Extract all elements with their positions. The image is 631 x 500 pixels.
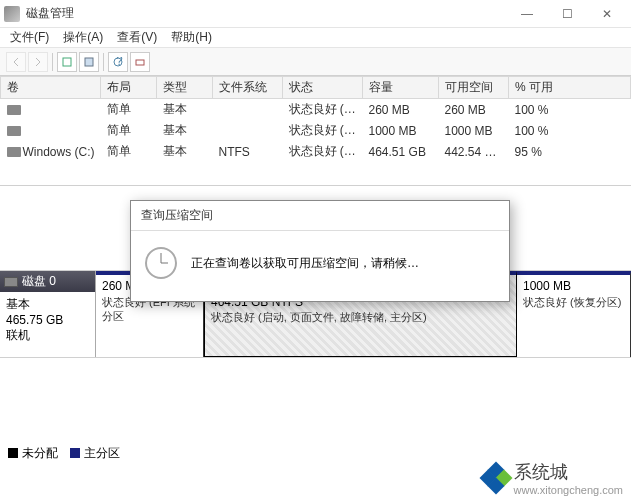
menu-action[interactable]: 操作(A) (59, 28, 107, 47)
svg-rect-0 (63, 58, 71, 66)
cell-layout: 简单 (101, 120, 157, 141)
shrink-query-dialog: 查询压缩空间 正在查询卷以获取可用压缩空间，请稍候… (130, 200, 510, 302)
col-volume[interactable]: 卷 (1, 77, 101, 99)
dialog-message: 正在查询卷以获取可用压缩空间，请稍候… (191, 255, 419, 272)
cell-free: 1000 MB (439, 120, 509, 141)
volume-icon (7, 105, 21, 115)
disk-status: 联机 (6, 327, 89, 344)
maximize-button[interactable]: ☐ (547, 0, 587, 28)
cell-capacity: 464.51 GB (363, 141, 439, 162)
svg-rect-4 (136, 60, 144, 65)
cell-type: 基本 (157, 120, 213, 141)
clock-icon (145, 247, 177, 279)
col-layout[interactable]: 布局 (101, 77, 157, 99)
forward-button[interactable] (28, 52, 48, 72)
partition-size: 1000 MB (523, 279, 624, 295)
cell-name: Windows (C:) (23, 145, 95, 159)
dialog-body: 正在查询卷以获取可用压缩空间，请稍候… (131, 231, 509, 301)
partition-desc: 状态良好 (启动, 页面文件, 故障转储, 主分区) (211, 310, 510, 324)
col-percent-free[interactable]: % 可用 (509, 77, 631, 99)
cell-layout: 简单 (101, 99, 157, 121)
menu-file[interactable]: 文件(F) (6, 28, 53, 47)
table-header-row: 卷 布局 类型 文件系统 状态 容量 可用空间 % 可用 (1, 77, 631, 99)
action-button[interactable] (130, 52, 150, 72)
cell-pct: 95 % (509, 141, 631, 162)
cell-layout: 简单 (101, 141, 157, 162)
cell-status: 状态良好 (… (283, 120, 363, 141)
brand-text: 系统城 www.xitongcheng.com (514, 460, 623, 496)
cell-free: 442.54 … (439, 141, 509, 162)
brand-name: 系统城 (514, 460, 623, 484)
cell-status: 状态良好 (… (283, 99, 363, 121)
cell-fs (213, 120, 283, 141)
disk-name: 磁盘 0 (22, 273, 56, 290)
window-title: 磁盘管理 (26, 5, 507, 22)
brand-url: www.xitongcheng.com (514, 484, 623, 496)
cell-fs (213, 99, 283, 121)
cell-pct: 100 % (509, 120, 631, 141)
table-row[interactable]: 简单 基本 状态良好 (… 260 MB 260 MB 100 % (1, 99, 631, 121)
titlebar: 磁盘管理 — ☐ ✕ (0, 0, 631, 28)
col-type[interactable]: 类型 (157, 77, 213, 99)
properties-button[interactable] (79, 52, 99, 72)
col-free[interactable]: 可用空间 (439, 77, 509, 99)
svg-text:?: ? (116, 57, 123, 67)
toolbar: ? (0, 48, 631, 76)
menubar: 文件(F) 操作(A) 查看(V) 帮助(H) (0, 28, 631, 48)
volume-list: 卷 布局 类型 文件系统 状态 容量 可用空间 % 可用 简单 基本 状态良好 … (0, 76, 631, 186)
app-icon (4, 6, 20, 22)
partition-desc: 状态良好 (恢复分区) (523, 295, 624, 309)
partition[interactable]: 1000 MB 状态良好 (恢复分区) (517, 271, 631, 357)
brand-logo-icon (482, 464, 510, 492)
toolbar-separator (103, 53, 104, 71)
disk-size: 465.75 GB (6, 313, 89, 327)
minimize-button[interactable]: — (507, 0, 547, 28)
cell-type: 基本 (157, 99, 213, 121)
cell-type: 基本 (157, 141, 213, 162)
table-row[interactable]: Windows (C:) 简单 基本 NTFS 状态良好 (… 464.51 G… (1, 141, 631, 162)
disk-type: 基本 (6, 296, 89, 313)
toolbar-separator (52, 53, 53, 71)
close-button[interactable]: ✕ (587, 0, 627, 28)
col-capacity[interactable]: 容量 (363, 77, 439, 99)
disk-header: 磁盘 0 基本 465.75 GB 联机 (0, 271, 96, 357)
menu-help[interactable]: 帮助(H) (167, 28, 216, 47)
refresh-button[interactable] (57, 52, 77, 72)
volume-icon (7, 126, 21, 136)
cell-free: 260 MB (439, 99, 509, 121)
col-status[interactable]: 状态 (283, 77, 363, 99)
swatch-unallocated (8, 448, 18, 458)
window-controls: — ☐ ✕ (507, 0, 627, 28)
legend-primary: 主分区 (70, 445, 120, 462)
legend-unallocated: 未分配 (8, 445, 58, 462)
table-row[interactable]: 简单 基本 状态良好 (… 1000 MB 1000 MB 100 % (1, 120, 631, 141)
disk-title-bar: 磁盘 0 (0, 271, 95, 292)
back-button[interactable] (6, 52, 26, 72)
dialog-title: 查询压缩空间 (131, 201, 509, 231)
cell-pct: 100 % (509, 99, 631, 121)
disk-icon (4, 277, 18, 287)
volume-table: 卷 布局 类型 文件系统 状态 容量 可用空间 % 可用 简单 基本 状态良好 … (0, 76, 631, 162)
cell-capacity: 260 MB (363, 99, 439, 121)
help-button[interactable]: ? (108, 52, 128, 72)
cell-status: 状态良好 (… (283, 141, 363, 162)
volume-icon (7, 147, 21, 157)
swatch-primary (70, 448, 80, 458)
legend: 未分配 主分区 (0, 442, 128, 464)
cell-capacity: 1000 MB (363, 120, 439, 141)
menu-view[interactable]: 查看(V) (113, 28, 161, 47)
watermark: 系统城 www.xitongcheng.com (482, 460, 623, 496)
col-filesystem[interactable]: 文件系统 (213, 77, 283, 99)
svg-rect-1 (85, 58, 93, 66)
cell-fs: NTFS (213, 141, 283, 162)
